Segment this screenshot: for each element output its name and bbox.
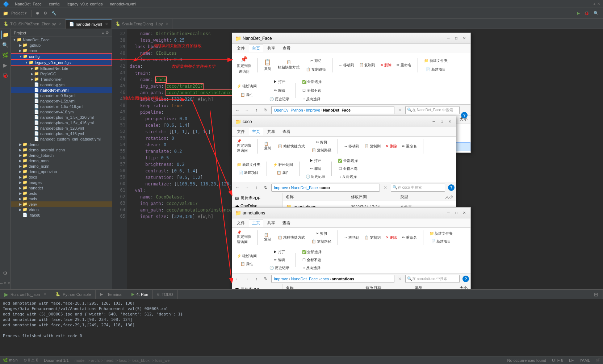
- tab-close-3[interactable]: ✕: [166, 22, 168, 26]
- tree-docs[interactable]: ▶ 📁 docs: [11, 174, 112, 180]
- side-icon-project[interactable]: 📁: [1, 30, 10, 39]
- rb2-rename[interactable]: ✏ 重命名: [400, 143, 419, 150]
- rb3-copy-path[interactable]: 📋 复制路径: [310, 238, 333, 245]
- col3-type[interactable]: 类型: [415, 285, 444, 289]
- bottom-tab-python[interactable]: 🐍 Python Console: [51, 290, 96, 299]
- side-icon-settings[interactable]: ⚙: [1, 269, 10, 277]
- rb-new-item-btn[interactable]: 📄 新建项目: [422, 66, 449, 73]
- tree-nanodet-dir[interactable]: ▶ 📁 nanodet: [11, 185, 112, 191]
- rb2-pin[interactable]: 📌固定到快速访问: [235, 138, 253, 154]
- tree-nanodet-m15416[interactable]: 📄 nanodet-m-1.5x-416.yml: [11, 104, 112, 109]
- rb3-select-none[interactable]: ☐ 全都不选: [300, 256, 324, 264]
- rb3-easy-access[interactable]: ⚡ 轻松访问: [235, 252, 259, 260]
- side-icon-structure[interactable]: Structure: [0, 279, 11, 288]
- toolbar-gear-btn[interactable]: 🔧: [50, 10, 58, 16]
- explorer2-tab-home[interactable]: 主页: [249, 128, 263, 135]
- tree-config[interactable]: ▼ 📁 config: [11, 53, 112, 59]
- rb-paste-path-btn[interactable]: 📋 粘贴快捷方式: [276, 59, 301, 71]
- explorer2-minimize[interactable]: ─: [431, 118, 437, 125]
- rb3-history[interactable]: 🕐 历史记录: [268, 264, 291, 272]
- tree-demo-android[interactable]: ▶ 📁 demo_android_ncnn: [11, 147, 112, 152]
- rb-move-btn[interactable]: → 移动到: [337, 62, 356, 69]
- tree-nanodet-m416[interactable]: 📄 nanodet-m-416.yml: [11, 109, 112, 114]
- tree-tests[interactable]: ▶ 📁 tests: [11, 191, 112, 196]
- explorer2-search[interactable]: 🔍 在 coco 中搜索: [391, 184, 445, 192]
- bottom-hide-btn[interactable]: ⊟: [590, 290, 603, 299]
- explorer1-maximize[interactable]: □: [453, 35, 460, 42]
- tree-images[interactable]: ▶ 📁 Images: [11, 180, 112, 185]
- menu-nanodet[interactable]: NanoDet_Face: [13, 1, 43, 7]
- tree-nanodet-m15[interactable]: 📄 nanodet-m-1.5x.yml: [11, 98, 112, 104]
- tree-efficientnet[interactable]: ▶ 📁 EfficientNet-Lite: [11, 66, 112, 71]
- rb3-edit[interactable]: ✏ 编辑: [268, 256, 291, 264]
- side-icon-search[interactable]: 🔍: [1, 41, 10, 49]
- rb3-copy2[interactable]: 📋 复制到: [363, 234, 382, 241]
- rb2-select-all[interactable]: ✅ 全部选择: [336, 157, 360, 164]
- explorer1-search-clear[interactable]: ✕: [396, 106, 404, 114]
- rb-pin-btn[interactable]: 📌 固定到快 速访问: [235, 55, 253, 75]
- tree-demo-ncnn[interactable]: ▶ 📁 demo_ncnn: [11, 163, 112, 169]
- rb3-move[interactable]: → 移动到: [342, 234, 361, 241]
- explorer3-tab-view[interactable]: 查看: [279, 219, 294, 227]
- col3-name[interactable]: 名称: [286, 285, 363, 289]
- explorer2-tab-file[interactable]: 文件: [234, 128, 248, 135]
- addr3-improve[interactable]: Improve: [273, 277, 289, 281]
- explorer3-tab-home[interactable]: 主页: [249, 219, 263, 227]
- tree-nanodet-plus-m416b[interactable]: 📄 nanodet-plus-m_416.yml: [11, 131, 112, 136]
- explorer1-minimize[interactable]: ─: [445, 35, 452, 42]
- side-icon-debug[interactable]: 🐞: [1, 71, 10, 80]
- addr2-coco[interactable]: coco: [320, 185, 331, 190]
- col3-date[interactable]: 修改日期: [365, 285, 413, 289]
- col3-size[interactable]: 大小: [446, 285, 468, 289]
- rb-open-btn[interactable]: ▶ 打开: [268, 78, 291, 85]
- rb3-open[interactable]: ▶ 打开: [268, 248, 291, 256]
- explorer1-tab-share[interactable]: 共享: [264, 45, 279, 52]
- rb-invert-btn[interactable]: ↕ 反向选择: [300, 96, 324, 103]
- explorer2-tab-view[interactable]: 查看: [279, 128, 294, 135]
- explorer1-tab-home[interactable]: 主页: [249, 45, 263, 52]
- tree-venv[interactable]: ▶ 📁 venv: [11, 201, 112, 207]
- col2-name[interactable]: 名称: [286, 194, 349, 200]
- explorer3-help[interactable]: ?: [462, 276, 469, 282]
- rb2-props[interactable]: 📋 属性: [271, 169, 295, 176]
- rb2-cut[interactable]: ✂ 剪切: [310, 139, 333, 146]
- tab-nanodet-m[interactable]: 📄 nanodet-m.yml ✕: [66, 19, 112, 29]
- rb-new-folder-btn[interactable]: 📁 新建文件夹: [422, 57, 449, 64]
- rb3-new-folder[interactable]: 📁 新建文件夹: [428, 230, 455, 237]
- tree-nanodet-m-yml[interactable]: 📄 nanodet-m.yml: [11, 87, 112, 93]
- tab-shujuzengqiang[interactable]: 🐍 ShuJuZengQiang_1.py ✕: [112, 19, 173, 29]
- tree-demo[interactable]: ▶ 📁 demo: [11, 142, 112, 147]
- rb2-edit[interactable]: ✏ 编辑: [304, 165, 327, 172]
- sidebar-settings-btn[interactable]: ⚙: [105, 30, 109, 35]
- explorer3-address[interactable]: Improve › NanoDet_Face › coco › annotati…: [271, 275, 394, 283]
- col2-type[interactable]: 类型: [400, 194, 429, 200]
- explorer2-up[interactable]: ↑: [252, 184, 260, 192]
- explorer3-minimize[interactable]: ─: [445, 210, 452, 216]
- rb2-invert[interactable]: ↕ 反向选择: [336, 173, 360, 180]
- tree-nanodet-custom[interactable]: 📄 nanodet_custom_xml_dataset.yml: [11, 136, 112, 142]
- addr3-coco[interactable]: coco: [320, 277, 330, 281]
- tree-nanodet-plus-320[interactable]: 📄 nanodet-plus-m_320.yml: [11, 125, 112, 131]
- rb3-paste-path[interactable]: 📋 粘贴快捷方式: [276, 234, 307, 241]
- sidebar-hide-btn[interactable]: ≡: [102, 30, 104, 35]
- rb3-select-all[interactable]: ✅ 全部选择: [300, 248, 324, 256]
- rb2-history[interactable]: 🕐 历史记录: [304, 173, 327, 180]
- tree-nanodet-plus-m15[interactable]: 📄 nanodet-plus-m_1.5x_320.yml: [11, 114, 112, 120]
- address-opencvpython[interactable]: OpenCv_Python: [273, 108, 304, 112]
- rb2-move[interactable]: → 移动到: [342, 143, 361, 150]
- explorer2-search-clear[interactable]: ✕: [381, 184, 389, 192]
- rb3-invert[interactable]: ↕ 反向选择: [300, 264, 324, 272]
- rb3-props[interactable]: 📋 属性: [235, 260, 259, 268]
- address-nanodet[interactable]: NanoDet_Face: [322, 108, 351, 112]
- explorer1-forward[interactable]: →: [243, 106, 251, 114]
- tree-repvgg[interactable]: ▶ 📁 RepVGG: [11, 71, 112, 76]
- tab-close-1[interactable]: ✕: [59, 22, 62, 26]
- rb2-copy2[interactable]: 📋 复制到: [363, 143, 382, 150]
- col2-date[interactable]: 修改日期: [351, 194, 398, 200]
- explorer2-tab-share[interactable]: 共享: [264, 128, 279, 135]
- explorer1-search[interactable]: 🔍 在 NanoDet_Face 中搜索: [405, 106, 460, 114]
- address-improve[interactable]: Improve: [305, 108, 321, 112]
- explorer2-back[interactable]: ←: [234, 184, 242, 192]
- rb-select-all-btn[interactable]: ✅ 全部选择: [300, 78, 324, 85]
- side-icon-run[interactable]: ▶: [1, 61, 10, 70]
